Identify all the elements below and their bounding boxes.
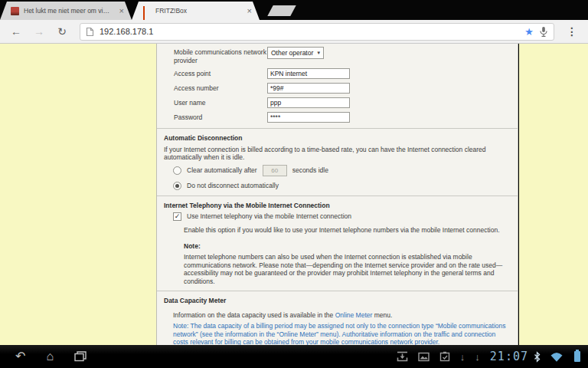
online-meter-link[interactable]: Online Meter — [335, 311, 373, 319]
fritzbox-favicon-icon — [142, 7, 151, 15]
page-icon — [86, 27, 94, 37]
url-text[interactable]: 192.168.178.1 — [100, 27, 519, 36]
tab-title: FRITZ!Box — [155, 7, 241, 15]
browser-menu-icon[interactable]: ⋮ — [562, 25, 582, 38]
chevron-down-icon: ▼ — [316, 49, 321, 58]
screenshot-captured-icon[interactable] — [439, 351, 450, 362]
fritzbox-settings-panel: Mobile communications network provider O… — [156, 44, 518, 345]
form-row-provider: Mobile communications network provider O… — [174, 47, 518, 64]
provider-select[interactable]: Other operator ▼ — [267, 47, 324, 59]
divider — [157, 291, 518, 291]
auto-disconnect-heading: Automatic Disconnection — [164, 134, 510, 143]
wifi-icon — [550, 352, 563, 362]
telephony-note-heading: Note: — [184, 242, 508, 251]
access-number-input[interactable] — [267, 83, 350, 94]
divider — [157, 128, 518, 129]
android-system-bar: ↶ ⌂ ↓ ↓ 21 — [0, 345, 588, 368]
divider — [157, 196, 518, 196]
image-notification-icon[interactable] — [418, 352, 430, 362]
telephony-heading: Internet Telephony via the Mobile Intern… — [164, 202, 510, 210]
forum-favicon-icon — [11, 7, 19, 15]
checkbox-checked-icon[interactable]: ✓ — [173, 212, 181, 221]
form-row-password: Password — [174, 112, 518, 123]
tab-fritzbox[interactable]: FRITZ!Box × — [132, 2, 260, 20]
radio-icon[interactable] — [173, 166, 181, 175]
access-point-input[interactable] — [267, 68, 350, 79]
access-number-label: Access number — [174, 83, 267, 93]
form-row-access-number: Access number — [174, 83, 518, 94]
data-capacity-note: Note: The data capacity of a billing per… — [173, 322, 508, 345]
usb-storage-icon[interactable] — [397, 351, 408, 362]
form-row-access-point: Access point — [174, 68, 518, 79]
info-text-before: Information on the data capacity used is… — [173, 311, 335, 319]
close-icon[interactable]: × — [246, 6, 253, 15]
provider-label: Mobile communications network provider — [174, 47, 267, 64]
access-point-label: Access point — [174, 68, 267, 78]
status-tray[interactable]: ↓ ↓ 21:07 — [397, 350, 588, 363]
new-tab-button[interactable] — [267, 5, 296, 16]
user-name-label: User name — [174, 97, 267, 107]
back-icon[interactable]: ← — [6, 21, 26, 41]
password-input[interactable] — [267, 112, 350, 123]
bookmark-star-icon[interactable]: ★ — [524, 27, 534, 37]
radio-label: Do not disconnect automatically — [187, 182, 279, 190]
radio-do-not-disconnect[interactable]: Do not disconnect automatically — [173, 182, 518, 190]
form-row-user-name: User name — [174, 97, 518, 108]
voice-search-mic-icon[interactable] — [539, 26, 548, 38]
radio-label-after: seconds idle — [292, 166, 328, 175]
password-label: Password — [174, 112, 267, 122]
nav-home-icon[interactable]: ⌂ — [46, 347, 54, 366]
system-clock[interactable]: 21:07 — [490, 350, 528, 363]
tab-strip: Het lukt me niet meer om via een fritzb … — [0, 0, 588, 20]
checkbox-label: Use Internet telephony via the mobile In… — [187, 212, 351, 221]
download-icon[interactable]: ↓ — [460, 351, 466, 363]
telephony-description: Enable this option if you would like to … — [184, 226, 508, 235]
radio-label-before: Clear automatically after — [187, 166, 257, 175]
reload-icon[interactable]: ↻ — [52, 21, 72, 41]
close-icon[interactable]: × — [118, 6, 126, 15]
page-right-margin — [519, 44, 588, 345]
data-capacity-heading: Data Capacity Meter — [164, 297, 510, 305]
page-viewport: Mobile communications network provider O… — [0, 44, 588, 345]
nav-back-icon[interactable]: ↶ — [15, 347, 25, 366]
radio-clear-automatically[interactable]: Clear automatically after seconds idle — [173, 165, 518, 176]
user-name-input[interactable] — [267, 97, 350, 108]
idle-seconds-input — [263, 165, 287, 176]
battery-icon — [574, 351, 580, 362]
tablet-screen: Het lukt me niet meer om via een fritzb … — [0, 0, 588, 368]
bluetooth-icon — [534, 351, 541, 363]
forward-icon: → — [29, 21, 49, 41]
url-bar[interactable]: 192.168.178.1 ★ — [80, 23, 554, 41]
checkbox-use-internet-telephony[interactable]: ✓ Use Internet telephony via the mobile … — [173, 212, 518, 221]
navigation-buttons: ↶ ⌂ — [0, 347, 87, 366]
provider-selected-value: Other operator — [271, 49, 313, 58]
radio-checked-icon[interactable] — [173, 182, 181, 190]
page-left-margin — [0, 44, 156, 345]
tab-title: Het lukt me niet meer om via een fritzb — [24, 7, 113, 15]
nav-recent-apps-icon[interactable] — [74, 350, 87, 363]
info-text-after: menu. — [372, 311, 392, 319]
download-icon[interactable]: ↓ — [475, 351, 480, 363]
telephony-note-text: Internet telephone numbers can also be u… — [184, 253, 508, 285]
data-capacity-info: Information on the data capacity used is… — [173, 311, 508, 320]
tab-forum-page[interactable]: Het lukt me niet meer om via een fritzb … — [0, 2, 132, 20]
auto-disconnect-description: If your Internet connection is billed ac… — [164, 146, 510, 162]
browser-toolbar: ← → ↻ 192.168.178.1 ★ ⋮ — [0, 20, 588, 44]
